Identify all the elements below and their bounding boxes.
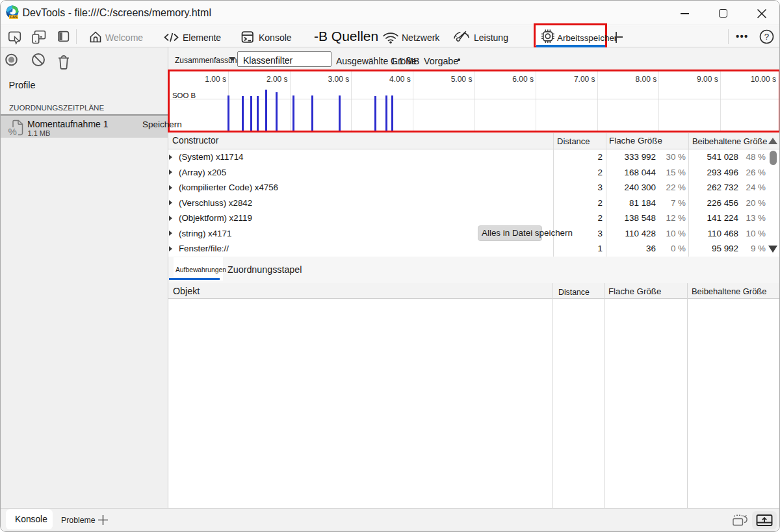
svg-text:?: ? — [764, 32, 770, 42]
svg-text:%: % — [8, 126, 17, 137]
svg-text:CAS: CAS — [10, 15, 18, 19]
